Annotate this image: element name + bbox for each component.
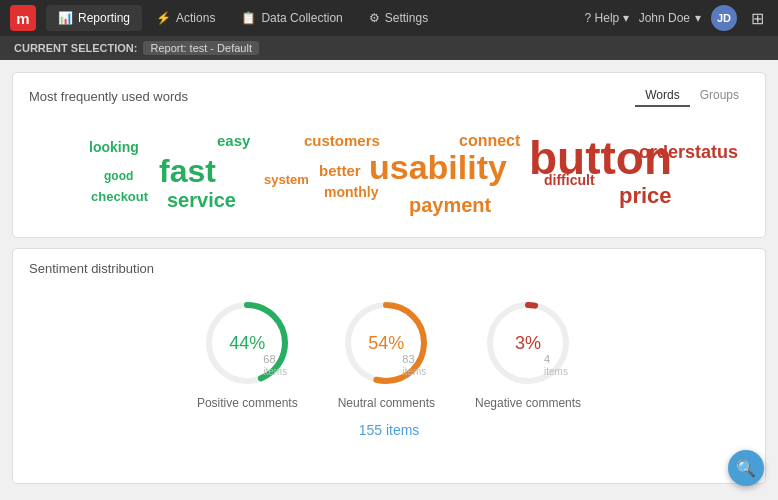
tab-groups[interactable]: Groups [690, 85, 749, 107]
word-cloud-word[interactable]: service [167, 190, 236, 210]
selection-bar: CURRENT SELECTION: Report: test - Defaul… [0, 36, 778, 60]
word-cloud-title: Most frequently used words [29, 89, 188, 104]
search-fab[interactable]: 🔍 [728, 450, 764, 486]
search-icon: 🔍 [736, 459, 756, 478]
nav-right: ? Help ▾ John Doe ▾ JD ⊞ [585, 5, 768, 31]
total-items: 155 items [29, 422, 749, 438]
card-header: Most frequently used words Words Groups [29, 85, 749, 107]
donut-percent: 44% [229, 333, 265, 354]
actions-icon: ⚡ [156, 11, 171, 25]
donut-percent: 3% [515, 333, 541, 354]
donut-wrapper: 54% 83items [341, 298, 431, 388]
word-cloud-word[interactable]: usability [369, 150, 507, 184]
reporting-icon: 📊 [58, 11, 73, 25]
sentiment-item: 3% 4items Negative comments [475, 298, 581, 410]
sentiment-row: 44% 68items Positive comments 54% 83item… [29, 288, 749, 420]
data-collection-icon: 📋 [241, 11, 256, 25]
nav-item-data-collection[interactable]: 📋 Data Collection [229, 5, 354, 31]
sentiment-card: Sentiment distribution 44% 68items Posit… [12, 248, 766, 484]
word-cloud-word[interactable]: fast [159, 155, 216, 187]
donut-items-count: 4items [544, 353, 568, 377]
donut-wrapper: 3% 4items [483, 298, 573, 388]
tab-group: Words Groups [635, 85, 749, 107]
word-cloud-word[interactable]: looking [89, 140, 139, 154]
app-logo: m [10, 5, 36, 31]
grid-icon[interactable]: ⊞ [747, 9, 768, 28]
sentiment-item: 44% 68items Positive comments [197, 298, 298, 410]
top-nav: m 📊 Reporting ⚡ Actions 📋 Data Collectio… [0, 0, 778, 36]
sentiment-title: Sentiment distribution [29, 261, 749, 276]
donut-wrapper: 44% 68items [202, 298, 292, 388]
word-cloud-word[interactable]: connect [459, 133, 520, 149]
user-menu[interactable]: John Doe ▾ [639, 11, 701, 25]
sentiment-item: 54% 83items Neutral comments [338, 298, 435, 410]
nav-item-settings[interactable]: ⚙ Settings [357, 5, 440, 31]
main-content: Most frequently used words Words Groups … [0, 60, 778, 496]
nav-item-actions[interactable]: ⚡ Actions [144, 5, 227, 31]
help-icon: ? [585, 11, 592, 25]
donut-items-count: 68items [263, 353, 287, 377]
nav-items: 📊 Reporting ⚡ Actions 📋 Data Collection … [46, 5, 585, 31]
sentiment-label: Positive comments [197, 396, 298, 410]
word-cloud-word[interactable]: price [619, 185, 672, 207]
selection-badge: Report: test - Default [143, 41, 259, 55]
sentiment-label: Negative comments [475, 396, 581, 410]
word-cloud-word[interactable]: payment [409, 195, 491, 215]
word-cloud-word[interactable]: easy [217, 133, 250, 148]
help-button[interactable]: ? Help ▾ [585, 11, 629, 25]
word-cloud-word[interactable]: orderstatus [639, 143, 738, 161]
tab-words[interactable]: Words [635, 85, 689, 107]
settings-icon: ⚙ [369, 11, 380, 25]
word-cloud-word[interactable]: monthly [324, 185, 378, 199]
word-cloud-card: Most frequently used words Words Groups … [12, 72, 766, 238]
word-cloud-word[interactable]: customers [304, 133, 380, 148]
donut-percent: 54% [368, 333, 404, 354]
nav-item-reporting[interactable]: 📊 Reporting [46, 5, 142, 31]
word-cloud: buttonusabilityfastorderstatuspricepayme… [29, 115, 749, 225]
word-cloud-word[interactable]: system [264, 173, 309, 186]
word-cloud-word[interactable]: good [104, 170, 133, 182]
avatar[interactable]: JD [711, 5, 737, 31]
word-cloud-word[interactable]: checkout [91, 190, 148, 203]
donut-items-count: 83items [402, 353, 426, 377]
sentiment-label: Neutral comments [338, 396, 435, 410]
word-cloud-word[interactable]: difficult [544, 173, 595, 187]
word-cloud-word[interactable]: better [319, 163, 361, 178]
